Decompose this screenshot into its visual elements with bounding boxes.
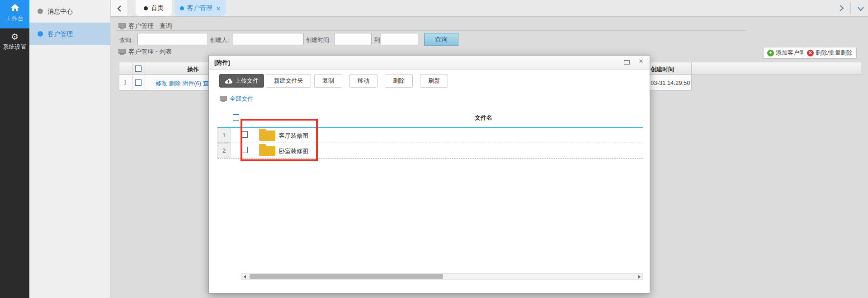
created-to-input[interactable] xyxy=(381,33,418,45)
delete-button[interactable]: 删除 xyxy=(385,74,413,88)
tab-bar: 首页 客户管理 × xyxy=(111,0,868,17)
sidebar-item-workbench[interactable]: 工作台 xyxy=(0,0,29,28)
customer-mgmt-label: 客户管理 xyxy=(47,30,73,37)
gear-icon: ⚙ xyxy=(0,33,29,42)
to-label: 到 xyxy=(374,36,380,44)
all-files-breadcrumb[interactable]: 全部文件 xyxy=(230,95,253,103)
tab-close-icon[interactable]: × xyxy=(217,5,221,12)
upload-file-button[interactable]: 上传文件 xyxy=(219,74,264,88)
upload-file-label: 上传文件 xyxy=(235,77,259,85)
copy-button[interactable]: 复制 xyxy=(314,74,342,88)
divider xyxy=(691,62,692,74)
query-field-label: 查询: xyxy=(119,36,133,44)
divider xyxy=(145,62,145,74)
bullet-icon xyxy=(38,31,43,37)
new-folder-label: 新建文件夹 xyxy=(274,77,303,85)
monitor-icon xyxy=(118,23,126,28)
divider xyxy=(145,75,145,90)
move-button[interactable]: 移动 xyxy=(349,74,377,88)
horizontal-scrollbar[interactable] xyxy=(241,273,643,280)
tab-customer-label: 客户管理 xyxy=(187,4,212,12)
home-icon xyxy=(0,4,29,13)
search-button[interactable]: 查询 xyxy=(424,33,458,46)
created-from-input[interactable] xyxy=(334,33,372,45)
add-icon: + xyxy=(767,50,774,56)
delete-icon: × xyxy=(807,50,814,56)
module-nav: 消息中心 客户管理 xyxy=(29,0,111,298)
file-name-column-header: 文件名 xyxy=(475,114,492,122)
scroll-left-arrow-icon[interactable] xyxy=(244,275,246,279)
tab-scroll-left-button[interactable] xyxy=(111,0,128,16)
sidebar-item-settings[interactable]: ⚙ 系统设置 xyxy=(0,28,29,53)
row-created-time: 03-31 14:29:50 xyxy=(651,79,690,86)
new-folder-button[interactable]: 新建文件夹 xyxy=(266,74,311,88)
annotation-rectangle xyxy=(241,119,318,161)
settings-label: 系统设置 xyxy=(0,43,29,51)
list-section-title: 客户管理 - 列表 xyxy=(128,48,172,56)
tab-customer-mgmt[interactable]: 客户管理 × xyxy=(175,0,226,16)
move-label: 移动 xyxy=(358,77,369,85)
scrollbar-thumb[interactable] xyxy=(250,274,443,279)
bullet-icon xyxy=(38,9,43,14)
file-row-index: 1 xyxy=(217,128,231,143)
tab-menu-button[interactable] xyxy=(857,5,864,12)
query-section-title: 客户管理 - 查询 xyxy=(128,22,172,30)
maximize-icon[interactable] xyxy=(624,60,630,65)
close-icon[interactable]: × xyxy=(639,57,643,66)
nav-item-message-center[interactable]: 消息中心 xyxy=(29,0,110,23)
divider xyxy=(850,2,851,14)
tab-home[interactable]: 首页 xyxy=(136,0,172,16)
creator-field-label: 创建人: xyxy=(210,36,229,44)
select-all-checkbox[interactable] xyxy=(135,65,142,72)
tab-dot-icon xyxy=(180,6,184,10)
file-select-all-checkbox[interactable] xyxy=(233,114,239,121)
delete-label: 删除 xyxy=(393,77,405,85)
workbench-label: 工作台 xyxy=(0,14,29,23)
refresh-button[interactable]: 刷新 xyxy=(420,74,448,88)
dialog-title: [附件] xyxy=(214,59,230,67)
refresh-label: 刷新 xyxy=(428,77,440,85)
customer-management-app: 工作台 ⚙ 系统设置 消息中心 客户管理 首页 客户管理 × xyxy=(0,0,868,298)
row-index: 1 xyxy=(123,79,127,86)
batch-delete-button[interactable]: × 删除/批量删除 xyxy=(803,47,857,59)
row-action-links[interactable]: 修改 删除 附件(6) 查 xyxy=(156,79,209,88)
divider xyxy=(132,62,132,74)
nav-item-customer-mgmt[interactable]: 客户管理 xyxy=(29,23,110,45)
query-input[interactable] xyxy=(137,33,208,45)
batch-delete-label: 删除/批量删除 xyxy=(816,49,853,57)
tab-scroll-right-button[interactable] xyxy=(839,5,844,12)
operation-column-header: 操作 xyxy=(187,65,199,74)
message-center-label: 消息中心 xyxy=(47,8,73,15)
row-checkbox[interactable] xyxy=(135,79,142,86)
file-row-index: 2 xyxy=(217,143,231,158)
dialog-header[interactable]: [附件] × xyxy=(209,56,650,70)
tab-dot-icon xyxy=(144,6,148,10)
created-time-column-header: 创建时间 xyxy=(651,65,674,74)
divider xyxy=(116,30,746,31)
monitor-icon xyxy=(220,96,227,101)
tab-home-label: 首页 xyxy=(151,4,164,12)
creator-input[interactable] xyxy=(233,33,304,45)
icon-sidebar: 工作台 ⚙ 系统设置 xyxy=(0,0,29,298)
scroll-right-arrow-icon[interactable] xyxy=(638,275,641,279)
tab-nav-controls xyxy=(839,0,864,16)
created-time-label: 创建时间: xyxy=(306,36,331,44)
attachment-dialog: [附件] × 上传文件 新建文件夹 复制 移动 删除 刷新 全部文件 文件名 1… xyxy=(208,55,650,293)
divider xyxy=(132,75,132,90)
monitor-icon xyxy=(118,49,126,54)
copy-label: 复制 xyxy=(322,77,334,85)
cloud-upload-icon xyxy=(225,78,232,84)
